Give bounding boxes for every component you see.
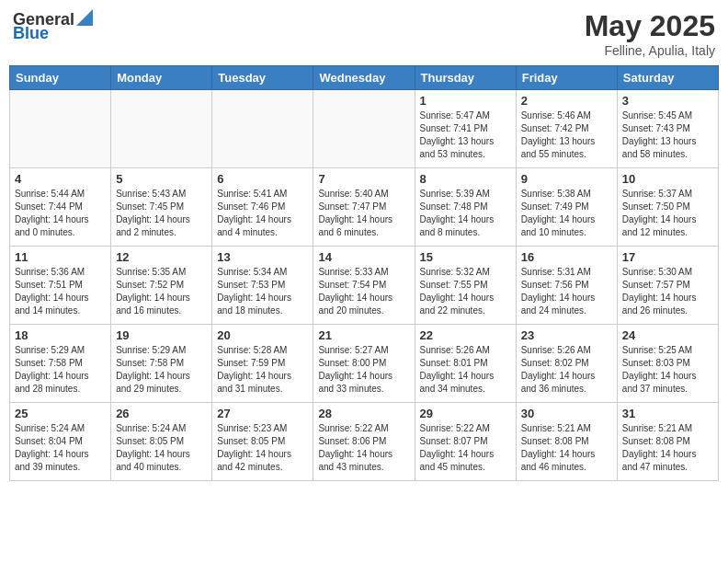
- day-number: 30: [521, 407, 612, 420]
- day-number: 20: [217, 328, 308, 342]
- day-info: Sunrise: 5:28 AM Sunset: 7:59 PM Dayligh…: [217, 344, 308, 396]
- day-info: Sunrise: 5:39 AM Sunset: 7:48 PM Dayligh…: [420, 188, 511, 239]
- day-info: Sunrise: 5:43 AM Sunset: 7:45 PM Dayligh…: [116, 188, 207, 239]
- day-header-thursday: Thursday: [415, 66, 516, 90]
- day-header-wednesday: Wednesday: [313, 66, 415, 90]
- calendar-cell: 5Sunrise: 5:43 AM Sunset: 7:45 PM Daylig…: [111, 168, 212, 247]
- day-info: Sunrise: 5:30 AM Sunset: 7:57 PM Dayligh…: [622, 266, 713, 317]
- calendar-cell: 23Sunrise: 5:26 AM Sunset: 8:02 PM Dayli…: [516, 325, 617, 403]
- calendar-cell: 21Sunrise: 5:27 AM Sunset: 8:00 PM Dayli…: [313, 325, 415, 403]
- calendar-cell: 11Sunrise: 5:36 AM Sunset: 7:51 PM Dayli…: [10, 247, 111, 325]
- calendar-cell: 27Sunrise: 5:23 AM Sunset: 8:05 PM Dayli…: [212, 403, 313, 481]
- day-number: 3: [622, 94, 713, 108]
- calendar-cell: 24Sunrise: 5:25 AM Sunset: 8:03 PM Dayli…: [617, 325, 718, 403]
- day-number: 16: [521, 250, 612, 264]
- day-number: 9: [521, 172, 612, 186]
- calendar-cell: 29Sunrise: 5:22 AM Sunset: 8:07 PM Dayli…: [415, 403, 516, 481]
- calendar-cell: 20Sunrise: 5:28 AM Sunset: 7:59 PM Dayli…: [212, 325, 313, 403]
- calendar-cell: 26Sunrise: 5:24 AM Sunset: 8:05 PM Dayli…: [111, 403, 212, 481]
- day-number: 5: [116, 172, 207, 186]
- day-number: 18: [15, 328, 106, 342]
- day-header-friday: Friday: [516, 66, 617, 90]
- logo-blue-text: Blue: [13, 24, 49, 43]
- day-info: Sunrise: 5:46 AM Sunset: 7:42 PM Dayligh…: [521, 109, 612, 161]
- day-info: Sunrise: 5:31 AM Sunset: 7:56 PM Dayligh…: [521, 266, 612, 317]
- day-info: Sunrise: 5:26 AM Sunset: 8:02 PM Dayligh…: [521, 344, 612, 396]
- calendar-cell: 17Sunrise: 5:30 AM Sunset: 7:57 PM Dayli…: [617, 247, 718, 325]
- day-info: Sunrise: 5:38 AM Sunset: 7:49 PM Dayligh…: [521, 188, 612, 239]
- calendar-cell: 15Sunrise: 5:32 AM Sunset: 7:55 PM Dayli…: [415, 247, 516, 325]
- day-number: 13: [217, 250, 308, 264]
- week-row-3: 11Sunrise: 5:36 AM Sunset: 7:51 PM Dayli…: [10, 247, 719, 325]
- calendar-cell: 14Sunrise: 5:33 AM Sunset: 7:54 PM Dayli…: [313, 247, 415, 325]
- calendar-cell: 22Sunrise: 5:26 AM Sunset: 8:01 PM Dayli…: [415, 325, 516, 403]
- day-number: 27: [217, 407, 308, 420]
- calendar-cell: 4Sunrise: 5:44 AM Sunset: 7:44 PM Daylig…: [10, 168, 111, 247]
- day-info: Sunrise: 5:36 AM Sunset: 7:51 PM Dayligh…: [15, 266, 106, 317]
- day-number: 21: [318, 328, 409, 342]
- week-row-1: 1Sunrise: 5:47 AM Sunset: 7:41 PM Daylig…: [10, 90, 719, 168]
- day-number: 17: [622, 250, 713, 264]
- day-header-monday: Monday: [111, 66, 212, 90]
- month-title: May 2025: [585, 9, 715, 43]
- day-info: Sunrise: 5:41 AM Sunset: 7:46 PM Dayligh…: [217, 188, 308, 239]
- day-info: Sunrise: 5:34 AM Sunset: 7:53 PM Dayligh…: [217, 266, 308, 317]
- calendar-cell: [313, 90, 415, 168]
- calendar-cell: 13Sunrise: 5:34 AM Sunset: 7:53 PM Dayli…: [212, 247, 313, 325]
- title-area: May 2025 Felline, Apulia, Italy: [585, 9, 715, 58]
- day-info: Sunrise: 5:33 AM Sunset: 7:54 PM Dayligh…: [318, 266, 409, 317]
- calendar-cell: 10Sunrise: 5:37 AM Sunset: 7:50 PM Dayli…: [617, 168, 718, 247]
- day-number: 25: [15, 407, 106, 420]
- calendar-cell: [111, 90, 212, 168]
- calendar: SundayMondayTuesdayWednesdayThursdayFrid…: [9, 65, 719, 481]
- day-info: Sunrise: 5:23 AM Sunset: 8:05 PM Dayligh…: [217, 422, 308, 474]
- day-number: 8: [420, 172, 511, 186]
- day-number: 23: [521, 328, 612, 342]
- day-number: 31: [622, 407, 713, 420]
- calendar-cell: 2Sunrise: 5:46 AM Sunset: 7:42 PM Daylig…: [516, 90, 617, 168]
- day-number: 2: [521, 94, 612, 108]
- day-info: Sunrise: 5:26 AM Sunset: 8:01 PM Dayligh…: [420, 344, 511, 396]
- day-header-saturday: Saturday: [617, 66, 718, 90]
- calendar-cell: 31Sunrise: 5:21 AM Sunset: 8:08 PM Dayli…: [617, 403, 718, 481]
- calendar-cell: 1Sunrise: 5:47 AM Sunset: 7:41 PM Daylig…: [415, 90, 516, 168]
- logo: General Blue: [13, 9, 93, 43]
- calendar-cell: 9Sunrise: 5:38 AM Sunset: 7:49 PM Daylig…: [516, 168, 617, 247]
- calendar-cell: 18Sunrise: 5:29 AM Sunset: 7:58 PM Dayli…: [10, 325, 111, 403]
- calendar-cell: 7Sunrise: 5:40 AM Sunset: 7:47 PM Daylig…: [313, 168, 415, 247]
- day-number: 11: [15, 250, 106, 264]
- logo-triangle-icon: [76, 9, 93, 26]
- day-number: 1: [420, 94, 511, 108]
- header: General Blue May 2025 Felline, Apulia, I…: [9, 9, 719, 58]
- day-header-sunday: Sunday: [10, 66, 111, 90]
- day-number: 12: [116, 250, 207, 264]
- calendar-cell: [10, 90, 111, 168]
- calendar-cell: 8Sunrise: 5:39 AM Sunset: 7:48 PM Daylig…: [415, 168, 516, 247]
- day-header-tuesday: Tuesday: [212, 66, 313, 90]
- location-title: Felline, Apulia, Italy: [585, 43, 715, 58]
- calendar-cell: 19Sunrise: 5:29 AM Sunset: 7:58 PM Dayli…: [111, 325, 212, 403]
- week-row-4: 18Sunrise: 5:29 AM Sunset: 7:58 PM Dayli…: [10, 325, 719, 403]
- day-info: Sunrise: 5:25 AM Sunset: 8:03 PM Dayligh…: [622, 344, 713, 396]
- day-number: 10: [622, 172, 713, 186]
- calendar-header-row: SundayMondayTuesdayWednesdayThursdayFrid…: [10, 66, 719, 90]
- calendar-cell: 16Sunrise: 5:31 AM Sunset: 7:56 PM Dayli…: [516, 247, 617, 325]
- calendar-cell: 12Sunrise: 5:35 AM Sunset: 7:52 PM Dayli…: [111, 247, 212, 325]
- day-number: 7: [318, 172, 409, 186]
- day-info: Sunrise: 5:29 AM Sunset: 7:58 PM Dayligh…: [15, 344, 106, 396]
- day-info: Sunrise: 5:22 AM Sunset: 8:06 PM Dayligh…: [318, 422, 409, 474]
- day-info: Sunrise: 5:45 AM Sunset: 7:43 PM Dayligh…: [622, 109, 713, 161]
- day-number: 14: [318, 250, 409, 264]
- day-info: Sunrise: 5:27 AM Sunset: 8:00 PM Dayligh…: [318, 344, 409, 396]
- day-info: Sunrise: 5:40 AM Sunset: 7:47 PM Dayligh…: [318, 188, 409, 239]
- day-number: 19: [116, 328, 207, 342]
- day-info: Sunrise: 5:21 AM Sunset: 8:08 PM Dayligh…: [622, 422, 713, 474]
- day-info: Sunrise: 5:35 AM Sunset: 7:52 PM Dayligh…: [116, 266, 207, 317]
- day-info: Sunrise: 5:22 AM Sunset: 8:07 PM Dayligh…: [420, 422, 511, 474]
- day-info: Sunrise: 5:24 AM Sunset: 8:04 PM Dayligh…: [15, 422, 106, 474]
- day-info: Sunrise: 5:47 AM Sunset: 7:41 PM Dayligh…: [420, 109, 511, 161]
- calendar-cell: 25Sunrise: 5:24 AM Sunset: 8:04 PM Dayli…: [10, 403, 111, 481]
- day-info: Sunrise: 5:21 AM Sunset: 8:08 PM Dayligh…: [521, 422, 612, 474]
- day-number: 24: [622, 328, 713, 342]
- svg-marker-0: [76, 9, 93, 26]
